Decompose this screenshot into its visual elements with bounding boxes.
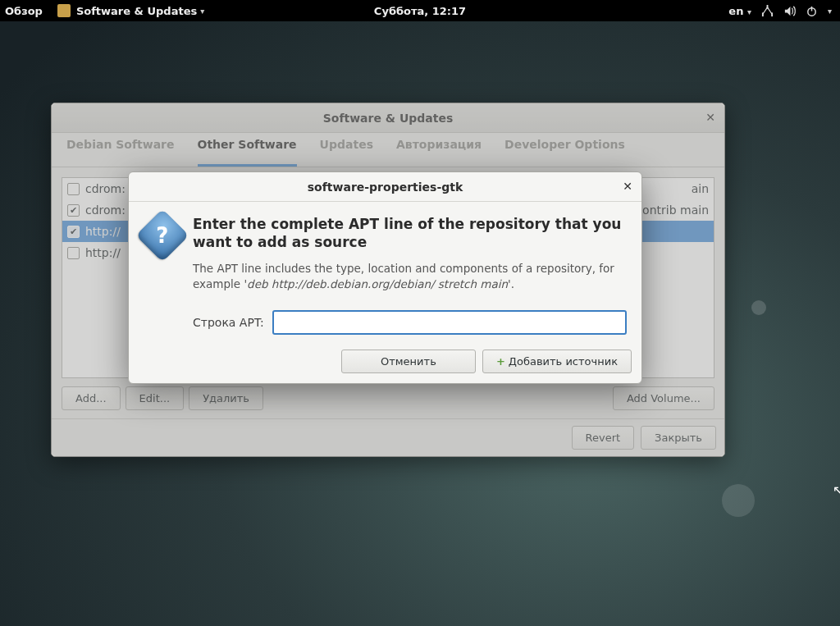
plus-icon: + bbox=[496, 355, 505, 368]
tab-other-software[interactable]: Other Software bbox=[198, 133, 297, 167]
checkbox[interactable] bbox=[67, 183, 80, 195]
add-source-dialog: software-properties-gtk ✕ ? Enter the co… bbox=[128, 171, 642, 384]
power-icon[interactable] bbox=[806, 5, 818, 17]
volume-icon[interactable] bbox=[783, 5, 796, 17]
app-menu[interactable]: Software & Updates bbox=[76, 5, 197, 17]
apt-line-input[interactable] bbox=[272, 310, 627, 335]
tab-authentication[interactable]: Авторизация bbox=[396, 133, 482, 167]
close-button[interactable]: Закрыть bbox=[641, 426, 716, 450]
source-label: cdrom: bbox=[85, 203, 126, 217]
question-icon: ? bbox=[135, 208, 189, 262]
tab-debian-software[interactable]: Debian Software bbox=[66, 133, 175, 167]
mouse-cursor: ↖ bbox=[833, 482, 840, 498]
checkbox[interactable] bbox=[67, 247, 80, 259]
top-panel: Обзор Software & Updates ▾ Суббота, 12:1… bbox=[0, 0, 840, 21]
checkbox[interactable] bbox=[67, 226, 80, 238]
source-label: cdrom: bbox=[85, 182, 126, 195]
activities-button[interactable]: Обзор bbox=[5, 5, 43, 17]
add-volume-button[interactable]: Add Volume... bbox=[613, 386, 714, 410]
network-icon[interactable] bbox=[761, 5, 774, 17]
window-title: Software & Updates bbox=[323, 112, 454, 125]
dialog-description: The APT line includes the type, location… bbox=[193, 261, 627, 292]
checkbox[interactable] bbox=[67, 204, 80, 217]
chevron-down-icon: ▾ bbox=[200, 7, 204, 16]
window-titlebar: Software & Updates ✕ bbox=[52, 103, 724, 133]
dialog-heading: Enter the complete APT line of the repos… bbox=[193, 215, 627, 251]
remove-button[interactable]: Удалить bbox=[189, 386, 263, 410]
tab-updates[interactable]: Updates bbox=[320, 133, 373, 167]
dialog-close-button[interactable]: ✕ bbox=[617, 176, 638, 197]
cancel-button[interactable]: Отменить bbox=[341, 350, 476, 373]
source-tail: ontrib main bbox=[642, 203, 709, 217]
add-source-button[interactable]: + Добавить источник bbox=[482, 350, 632, 373]
edit-button[interactable]: Edit... bbox=[126, 386, 185, 410]
keyboard-layout-indicator[interactable]: en ▾ bbox=[728, 5, 751, 17]
tab-bar: Debian Software Other Software Updates А… bbox=[52, 133, 724, 167]
source-label: http:// bbox=[85, 246, 121, 259]
dialog-titlebar: software-properties-gtk ✕ bbox=[129, 172, 641, 202]
add-button[interactable]: Add... bbox=[62, 386, 121, 410]
app-icon bbox=[57, 4, 71, 17]
svg-rect-4 bbox=[811, 6, 813, 11]
source-label: http:// bbox=[85, 225, 121, 238]
apt-line-label: Строка APT: bbox=[193, 316, 264, 329]
chevron-down-icon: ▾ bbox=[828, 7, 832, 16]
clock[interactable]: Суббота, 12:17 bbox=[374, 5, 466, 17]
tab-developer-options[interactable]: Developer Options bbox=[504, 133, 625, 167]
window-close-button[interactable]: ✕ bbox=[700, 107, 721, 128]
revert-button[interactable]: Revert bbox=[572, 426, 635, 450]
source-tail: ain bbox=[692, 182, 709, 195]
dialog-title: software-properties-gtk bbox=[308, 180, 463, 194]
